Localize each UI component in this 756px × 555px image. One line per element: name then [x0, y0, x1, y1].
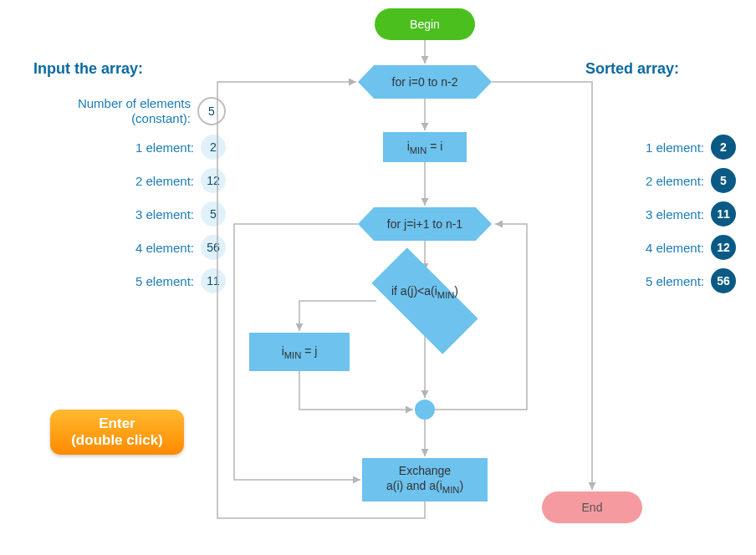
input-heading: Input the array: [33, 60, 226, 78]
output-value-3: 11 [711, 201, 736, 227]
output-label-4: 4 element: [646, 241, 704, 255]
input-label-2: 2 element: [135, 174, 194, 188]
node-assign-min-j: iMIN = j [249, 333, 350, 371]
node-connector [415, 400, 435, 420]
output-label-2: 2 element: [646, 174, 704, 188]
input-label-5: 5 element: [135, 274, 194, 288]
enter-button-line2: (double click) [71, 432, 163, 448]
output-heading: Sorted array: [585, 60, 736, 78]
node-end: End [542, 491, 642, 523]
output-value-5: 56 [711, 268, 736, 293]
output-value-4: 12 [711, 235, 736, 260]
input-label-4: 4 element: [135, 241, 194, 255]
node-assign-min-i: iMIN = i [383, 132, 467, 162]
enter-button[interactable]: Enter (double click) [50, 410, 184, 455]
node-begin: Begin [375, 8, 475, 40]
output-label-3: 3 element: [646, 207, 704, 221]
enter-button-line1: Enter [99, 415, 135, 431]
constant-label: Number of elements (constant): [65, 96, 191, 126]
node-loop-inner: for j=i+1 to n-1 [358, 207, 492, 241]
output-value-1: 2 [711, 135, 736, 160]
input-label-1: 1 element: [135, 140, 194, 155]
output-label-1: 1 element: [646, 140, 704, 155]
input-panel: Input the array: Number of elements (con… [33, 60, 226, 302]
node-loop-outer: for i=0 to n-2 [358, 65, 492, 99]
node-decision: if a(j)<a(iMIN) [366, 284, 483, 300]
output-panel: Sorted array: 1 element:2 2 element:5 3 … [585, 60, 736, 302]
output-label-5: 5 element: [646, 274, 704, 288]
flowchart: Begin for i=0 to n-2 iMIN = i for j=i+1 … [209, 8, 560, 543]
node-exchange: Exchange a(i) and a(iMIN) [362, 458, 488, 502]
node-decision-shape [371, 247, 478, 354]
input-label-3: 3 element: [135, 207, 194, 221]
output-value-2: 5 [711, 168, 736, 193]
